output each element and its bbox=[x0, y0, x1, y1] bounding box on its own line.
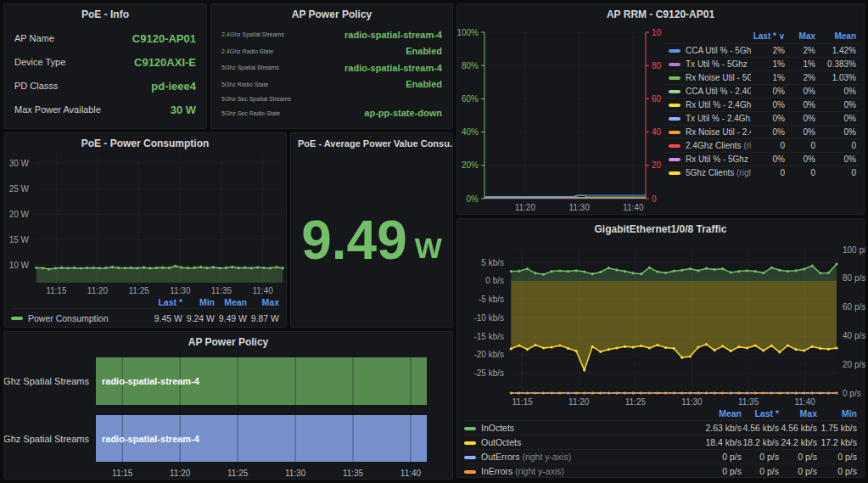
legend-header-mean[interactable]: Mean bbox=[815, 30, 856, 43]
legend-value: 0% bbox=[751, 126, 785, 139]
stat-label: AP Name bbox=[14, 33, 54, 43]
stat-label: 2.4Ghz Spatial Streams bbox=[221, 31, 284, 37]
legend-value: 0 p/s bbox=[779, 464, 817, 479]
legend-header-min[interactable]: Min bbox=[817, 407, 857, 420]
legend-value: 17.2 kb/s bbox=[817, 435, 857, 450]
traffic-chart[interactable]: 5 kb/s0 b/s-5 kb/s-10 kb/s-15 kb/s-20 kb… bbox=[457, 239, 865, 409]
panel-title-power-consumption[interactable]: PoE - Power Consumption bbox=[4, 133, 286, 154]
panel-ap-power-policy: AP Power Policy 2.4Ghz Spatial Streams r… bbox=[210, 3, 453, 129]
legend-header-mean[interactable]: Mean bbox=[704, 407, 742, 420]
panel-title-ap-power-policy[interactable]: AP Power Policy bbox=[211, 4, 452, 25]
legend-value: 0% bbox=[815, 112, 856, 126]
panel-title-poe-average[interactable]: PoE - Average Power Value Consu... bbox=[291, 133, 452, 154]
legend-value: 0% bbox=[785, 112, 815, 126]
series-color-icon bbox=[464, 427, 476, 430]
svg-text:80%: 80% bbox=[462, 61, 479, 70]
legend-value: 1% bbox=[751, 58, 785, 71]
legend-header-last[interactable]: Last * bbox=[742, 407, 779, 420]
series-color-icon bbox=[669, 158, 680, 161]
legend-row[interactable]: InOctets 2.63 kb/s 4.56 kb/s 4.56 kb/s 1… bbox=[464, 420, 857, 435]
legend-value: 0 p/s bbox=[704, 464, 742, 479]
legend-row[interactable]: CCA Util % - 5Ghz 2% 2% 1.42% bbox=[664, 43, 860, 57]
legend-row[interactable]: Rx Noise Util - 5Ghz 1% 2% 1.03% bbox=[664, 70, 860, 84]
svg-text:20 W: 20 W bbox=[9, 210, 30, 219]
panel-title-poe-info[interactable]: PoE - Info bbox=[4, 4, 206, 25]
legend-header-min[interactable]: Min bbox=[182, 296, 215, 309]
svg-text:5Ghz Spatial Streams: 5Ghz Spatial Streams bbox=[4, 434, 89, 444]
svg-text:11:25: 11:25 bbox=[227, 469, 249, 478]
legend-row[interactable]: Rx Util % - 5Ghz 0% 0% 0% bbox=[664, 152, 860, 166]
rrm-chart[interactable]: 0%20%40%60%80%100%02040608010011:2011:30… bbox=[457, 25, 661, 216]
panel-title-ap-power-policy-chart[interactable]: AP Power Policy bbox=[4, 332, 452, 352]
series-name: InOctets bbox=[476, 421, 704, 435]
panel-ap-power-policy-chart: AP Power Policy 2.4Ghz Spatial Streamsra… bbox=[3, 331, 453, 480]
stat-label: 5Ghz Radio State bbox=[221, 81, 268, 87]
series-color-icon bbox=[669, 76, 680, 80]
series-color-icon bbox=[464, 456, 476, 459]
panel-title-traffic[interactable]: GigabitEthernet1/0/8 Traffic bbox=[457, 219, 864, 239]
legend-row[interactable]: InErrors (right y-axis) 0 p/s 0 p/s 0 p/… bbox=[464, 463, 857, 478]
legend-header-mean[interactable]: Mean bbox=[215, 296, 247, 309]
svg-text:100 p/s: 100 p/s bbox=[843, 245, 865, 255]
legend-header-max[interactable]: Max bbox=[247, 296, 279, 309]
legend-value: 0 p/s bbox=[817, 450, 857, 464]
series-color-icon bbox=[669, 49, 680, 53]
stat-value: 30 W bbox=[171, 104, 196, 116]
legend-value: 0% bbox=[785, 126, 815, 139]
legend-header-max[interactable]: Max bbox=[779, 407, 817, 420]
series-name: Rx Noise Util - 5Ghz bbox=[680, 71, 751, 85]
legend-row[interactable]: 2.4Ghz Clients (right y-axis) 0 0 0 bbox=[664, 138, 860, 152]
legend-value: 0% bbox=[815, 153, 856, 166]
legend-value: 0% bbox=[751, 112, 785, 126]
legend-value: 4.56 kb/s bbox=[779, 421, 817, 435]
legend-sort-header[interactable]: Last * ∨ bbox=[751, 30, 785, 43]
svg-text:11:35: 11:35 bbox=[343, 469, 364, 478]
legend-value: 1.03% bbox=[815, 71, 856, 85]
svg-text:100: 100 bbox=[652, 28, 661, 37]
stat-label: 5Ghz Sec Spatial Streams bbox=[221, 96, 291, 102]
power-consumption-chart[interactable]: 10 W15 W20 W25 W30 W11:1511:2011:2511:30… bbox=[4, 154, 288, 298]
panel-title-ap-rrm[interactable]: AP RRM - C9120-AP01 bbox=[457, 4, 864, 25]
svg-text:40 p/s: 40 p/s bbox=[843, 331, 865, 340]
legend-value: 9.87 W bbox=[247, 309, 279, 328]
stat-row: 5Ghz Sec Spatial Streams bbox=[221, 96, 442, 102]
legend-row[interactable]: CCA Util % - 2.4Ghz 0% 0% 0% bbox=[664, 84, 860, 98]
legend-row[interactable]: OutErrors (right y-axis) 0 p/s 0 p/s 0 p… bbox=[464, 449, 857, 463]
svg-text:5 kb/s: 5 kb/s bbox=[481, 258, 504, 267]
legend-value: 9.45 W bbox=[150, 309, 182, 328]
stat-label: 5Ghz Spatial Streams bbox=[221, 65, 279, 70]
svg-text:60%: 60% bbox=[462, 94, 479, 104]
stat-row: AP Name C9120-AP01 bbox=[14, 32, 196, 45]
legend-row[interactable]: 5Ghz Clients (right y-axis) 0 0 0 bbox=[664, 166, 860, 179]
series-color-icon bbox=[464, 441, 476, 445]
legend-header-last[interactable]: Last * bbox=[150, 296, 182, 309]
legend-row[interactable]: Rx Noise Util - 2.4Ghz 0% 0% 0% bbox=[664, 125, 860, 138]
svg-text:15 W: 15 W bbox=[9, 235, 30, 244]
grafana-dashboard: PoE - Info AP Name C9120-AP01 Device Typ… bbox=[0, 0, 868, 483]
series-name: InErrors (right y-axis) bbox=[476, 464, 704, 479]
legend-value: 0 bbox=[751, 139, 785, 153]
svg-text:30 W: 30 W bbox=[9, 159, 30, 168]
legend-row[interactable]: OutOctets 18.4 kb/s 18.2 kb/s 24.2 kb/s … bbox=[464, 435, 857, 449]
traffic-legend-header: Mean Last * Max Min bbox=[464, 407, 857, 420]
svg-text:11:20: 11:20 bbox=[170, 469, 191, 478]
svg-text:10 W: 10 W bbox=[9, 261, 30, 270]
legend-value: 1% bbox=[751, 71, 785, 85]
legend-row[interactable]: Power Consumption 9.45 W 9.24 W 9.49 W 9… bbox=[11, 309, 279, 328]
legend-value: 0 p/s bbox=[742, 464, 779, 479]
svg-text:-10 kb/s: -10 kb/s bbox=[473, 313, 504, 323]
legend-row[interactable]: Rx Util % - 2.4Ghz 0% 0% 0% bbox=[664, 98, 860, 111]
legend-value: 0% bbox=[785, 85, 815, 98]
svg-text:radio-spatial-stream-4: radio-spatial-stream-4 bbox=[102, 376, 200, 386]
series-name: CCA Util % - 2.4Ghz bbox=[680, 85, 751, 98]
sort-caret-icon: ∨ bbox=[779, 31, 785, 41]
svg-text:60: 60 bbox=[652, 94, 661, 104]
svg-text:11:35: 11:35 bbox=[211, 286, 232, 295]
legend-row[interactable]: Tx Util % - 2.4Ghz 0% 0% 0% bbox=[664, 111, 860, 125]
legend-row[interactable]: Tx Util % - 5Ghz 1% 1% 0.383% bbox=[664, 57, 860, 70]
legend-value: 24.2 kb/s bbox=[779, 435, 817, 450]
svg-text:0 b/s: 0 b/s bbox=[485, 276, 504, 285]
policy-bar-chart[interactable]: 2.4Ghz Spatial Streamsradio-spatial-stre… bbox=[4, 352, 454, 480]
svg-text:0 p/s: 0 p/s bbox=[843, 389, 861, 398]
legend-header-max[interactable]: Max bbox=[785, 30, 815, 43]
